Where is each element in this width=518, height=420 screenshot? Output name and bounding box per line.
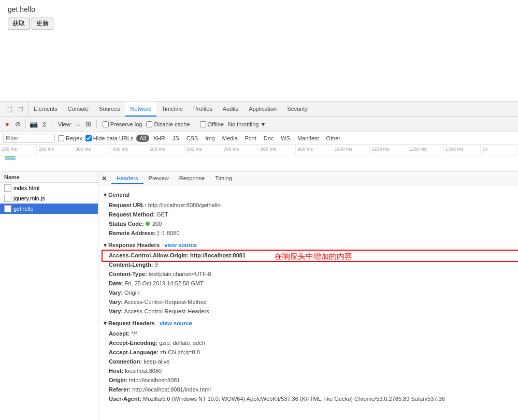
status-code-value: 200	[152, 221, 162, 227]
filter-tag-manifest[interactable]: Manifest	[294, 135, 322, 142]
tab-audits[interactable]: Audits	[218, 102, 244, 117]
request-method-label: Request Method:	[109, 211, 155, 218]
accept-language-row: Accept-Language: zh-CN,zh;q=0.8	[104, 347, 513, 357]
tab-profiles[interactable]: Profiles	[188, 102, 218, 117]
request-headers-title-text: ▾ Request Headers	[104, 320, 155, 326]
connection-row: Connection: keep-alive	[104, 357, 513, 366]
vary-value-3: Access-Control-Request-Headers	[124, 308, 209, 314]
accept-encoding-row: Accept-Encoding: gzip, deflate, sdch	[104, 338, 513, 347]
hide-data-urls-group: Hide data URLs	[85, 135, 134, 141]
box-icon[interactable]: □	[17, 105, 25, 113]
filter-tag-img[interactable]: Img	[202, 135, 218, 142]
cursor-icon[interactable]: ⬚	[5, 105, 13, 113]
tick-800ms: 800 ms	[259, 145, 296, 155]
hide-data-urls-label: Hide data URLs	[93, 135, 134, 141]
tick-1300ms: 1300 ms	[444, 145, 481, 155]
filter-tag-doc[interactable]: Doc	[261, 135, 277, 142]
vary-method-row: Vary: Access-Control-Request-Method	[104, 297, 513, 307]
close-panel-button[interactable]: ✕	[102, 175, 107, 182]
remote-address-value: [::1:8080	[157, 230, 180, 236]
timeline-area: 100 ms 200 ms 300 ms 400 ms 500 ms 600 m…	[0, 145, 518, 172]
devtools-panel: ⬚ □ Elements Console Sources Network Tim…	[0, 101, 518, 420]
sub-tab-preview[interactable]: Preview	[143, 173, 174, 184]
view-detail-icon[interactable]: ⊞	[84, 120, 93, 128]
filter-button[interactable]: ⧖	[40, 120, 48, 128]
status-dot	[146, 222, 150, 226]
sub-tab-timing[interactable]: Timing	[210, 173, 237, 184]
offline-label: Offline	[208, 121, 224, 127]
regex-group: Regex	[58, 135, 82, 141]
tick-500ms: 500 ms	[148, 145, 185, 155]
vary-value-2: Access-Control-Request-Method	[124, 299, 207, 305]
tab-timeline[interactable]: Timeline	[156, 102, 188, 117]
content-type-value: text/plain;charset=UTF-8	[149, 271, 211, 277]
vary-label-2: Vary:	[109, 299, 123, 305]
view-list-icon[interactable]: ≡	[74, 120, 82, 128]
user-agent-value: Mozilla/5.0 (Windows NT 10.0; WOW64) App…	[143, 396, 445, 402]
disable-cache-checkbox[interactable]	[146, 121, 152, 127]
tick-300ms: 300 ms	[74, 145, 111, 155]
file-list-header: Name	[0, 172, 98, 183]
request-headers-section: ▾ Request Headers view source Accept: */…	[104, 320, 513, 403]
view-source-link-2[interactable]: view source	[160, 320, 192, 326]
button-group: 获取 更新	[8, 18, 510, 30]
filter-input[interactable]	[3, 134, 55, 143]
vary-origin-row: Vary: Origin	[104, 288, 513, 297]
file-item-index-html[interactable]: index.html	[0, 183, 98, 193]
response-headers-title-text: ▾ Response Headers	[104, 242, 160, 248]
request-method-value: GET	[156, 211, 168, 218]
filter-tag-css[interactable]: CSS	[183, 135, 202, 142]
regex-label: Regex	[66, 135, 82, 141]
file-list: Name index.html jquery.min.js gethello	[0, 172, 98, 420]
filter-tag-ws[interactable]: WS	[278, 135, 293, 142]
view-source-link[interactable]: view source	[164, 242, 197, 248]
regex-checkbox[interactable]	[58, 135, 64, 141]
filter-tag-js[interactable]: JS	[169, 135, 182, 142]
filter-tag-xhr[interactable]: XHR	[150, 135, 168, 142]
accept-language-value: zh-CN,zh;q=0.8	[160, 349, 200, 355]
host-label: Host:	[109, 368, 123, 374]
sub-tabs: Headers Preview Response Timing	[111, 173, 515, 184]
host-row: Host: localhost:8080	[104, 366, 513, 375]
camera-button[interactable]: 📷	[30, 120, 38, 128]
offline-checkbox[interactable]	[200, 121, 206, 127]
update-button[interactable]: 更新	[32, 18, 53, 30]
record-button[interactable]: ●	[3, 120, 11, 128]
preserve-log-checkbox[interactable]	[103, 121, 109, 127]
status-code-row: Status Code: 200	[104, 219, 513, 228]
access-control-label: Access-Control-Allow-Origin:	[109, 252, 189, 258]
sub-tab-response[interactable]: Response	[174, 173, 210, 184]
tab-network[interactable]: Network	[125, 102, 156, 117]
annotation-text: 在响应头中增加的内容	[275, 252, 352, 262]
file-item-gethello[interactable]: gethello	[0, 204, 98, 214]
origin-label: Origin:	[109, 377, 127, 383]
tab-application[interactable]: Application	[243, 102, 282, 117]
tab-elements[interactable]: Elements	[28, 102, 63, 117]
file-icon-jquery	[4, 195, 11, 202]
preserve-log-label: Preserve log	[110, 121, 142, 127]
tab-console[interactable]: Console	[63, 102, 94, 117]
filter-tag-font[interactable]: Font	[242, 135, 260, 142]
filter-tag-media[interactable]: Media	[219, 135, 241, 142]
tick-1200ms: 1200 ms	[407, 145, 444, 155]
tab-sources[interactable]: Sources	[94, 102, 125, 117]
accept-encoding-value: gzip, deflate, sdch	[159, 340, 205, 346]
accept-value: */*	[131, 330, 137, 337]
sub-tab-headers[interactable]: Headers	[111, 173, 143, 184]
throttling-select[interactable]: No throttling ▼	[228, 121, 266, 127]
file-item-jquery[interactable]: jquery.min.js	[0, 193, 98, 204]
referer-label: Referer:	[109, 386, 131, 393]
clear-button[interactable]: ⊘	[13, 120, 22, 128]
origin-row: Origin: http://localhost:8081	[104, 375, 513, 385]
filter-tag-all[interactable]: All	[136, 135, 149, 142]
hide-data-urls-checkbox[interactable]	[85, 135, 92, 141]
offline-group: Offline	[200, 121, 224, 127]
tab-security[interactable]: Security	[282, 102, 313, 117]
timeline-bar-green	[5, 156, 16, 157]
accept-row: Accept: */*	[104, 329, 513, 338]
fetch-button[interactable]: 获取	[8, 18, 30, 30]
toolbar-separator-1	[25, 120, 26, 128]
accept-encoding-label: Accept-Encoding:	[109, 340, 157, 346]
filter-tag-other[interactable]: Other	[323, 135, 344, 142]
remote-address-label: Remote Address:	[109, 230, 156, 236]
